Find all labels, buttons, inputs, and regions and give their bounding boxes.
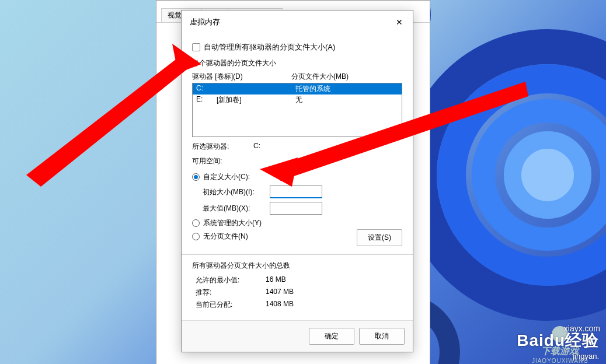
recommended-value: 1407 MB <box>266 288 402 298</box>
watermark-baidu: Baidu经验 jingyan. <box>517 330 599 360</box>
watermark-baidu-sub: jingyan. <box>517 352 599 360</box>
drive-row-c[interactable]: C: 托管的系统 <box>193 83 402 94</box>
cancel-button[interactable]: 取消 <box>359 328 405 345</box>
drive-letter: C: <box>196 84 217 94</box>
dialog-title: 虚拟内存 <box>190 17 220 27</box>
available-space-label: 可用空间: <box>192 156 253 166</box>
col-header-size: 分页文件大小(MB) <box>291 72 402 82</box>
close-icon: ✕ <box>396 18 403 27</box>
drive-letter: E: <box>196 95 217 105</box>
drive-list[interactable]: C: 托管的系统 E: [新加卷] 无 <box>192 83 402 137</box>
selected-drive-value: C: <box>253 142 402 152</box>
virtual-memory-dialog: 虚拟内存 ✕ 自动管理所有驱动器的分页文件大小(A) 每个驱动器的分页文件大小 … <box>181 10 413 352</box>
initial-size-label: 初始大小(MB)(I): <box>203 187 270 197</box>
available-space-value <box>253 156 402 166</box>
set-button[interactable]: 设置(S) <box>357 229 402 246</box>
custom-size-radio[interactable] <box>192 173 200 181</box>
close-button[interactable]: ✕ <box>391 15 408 29</box>
drive-volume-label: [新加卷] <box>217 95 295 105</box>
currently-allocated-value: 1408 MB <box>266 300 402 310</box>
min-allowed-label: 允许的最小值: <box>196 275 266 285</box>
min-allowed-value: 16 MB <box>266 275 402 285</box>
currently-allocated-label: 当前已分配: <box>196 300 266 310</box>
selected-drive-label: 所选驱动器: <box>192 142 253 152</box>
max-size-input[interactable] <box>270 202 322 215</box>
per-drive-label: 每个驱动器的分页文件大小 <box>192 58 402 68</box>
auto-manage-label: 自动管理所有驱动器的分页文件大小(A) <box>204 42 335 52</box>
recommended-label: 推荐: <box>196 288 266 298</box>
max-size-label: 最大值(MB)(X): <box>203 204 270 214</box>
custom-size-label: 自定义大小(C): <box>203 172 250 182</box>
system-managed-radio[interactable] <box>192 219 200 227</box>
watermark-baidu-main: Baidu经验 <box>517 330 599 352</box>
drive-volume-label <box>217 84 295 94</box>
dialog-button-row: 确定 取消 <box>182 320 413 352</box>
ok-button[interactable]: 确定 <box>309 328 354 345</box>
col-header-drive: 驱动器 [卷标](D) <box>192 72 291 82</box>
dialog-titlebar: 虚拟内存 ✕ <box>182 10 413 34</box>
column-headers: 驱动器 [卷标](D) 分页文件大小(MB) <box>192 71 402 83</box>
auto-manage-checkbox[interactable] <box>192 43 200 51</box>
initial-size-input[interactable] <box>270 186 322 198</box>
drive-pagefile-size: 托管的系统 <box>295 84 398 94</box>
no-paging-label: 无分页文件(N) <box>203 232 248 242</box>
no-paging-radio[interactable] <box>192 233 200 240</box>
drive-pagefile-size: 无 <box>295 95 398 105</box>
totals-title: 所有驱动器分页文件大小的总数 <box>192 261 402 271</box>
drive-row-e[interactable]: E: [新加卷] 无 <box>193 94 402 106</box>
system-managed-label: 系统管理的大小(Y) <box>203 218 262 228</box>
divider <box>182 254 413 255</box>
